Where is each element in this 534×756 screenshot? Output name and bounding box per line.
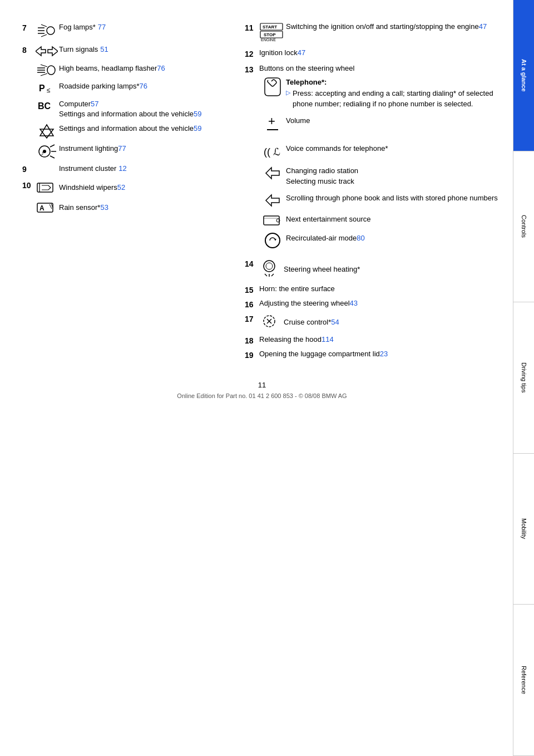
entry-11-number: 11	[245, 23, 259, 32]
svg-line-23	[50, 156, 55, 158]
entry-8-number: 8	[22, 46, 34, 55]
entry-7: 7 Fog lamps*77	[22, 22, 234, 39]
recirculate-text: Recirculated-air mode80	[286, 233, 502, 244]
voice-icon: (( ℒ	[259, 143, 286, 160]
high-beams-entry: High beams, headlamp flasher76	[34, 63, 234, 77]
svg-rect-0	[47, 27, 55, 35]
recirculate-row: Recirculated-air mode80	[259, 233, 502, 248]
entry-13: 13 Buttons on the steering wheel Telepho…	[245, 64, 502, 254]
cruise-control-icon	[259, 313, 284, 331]
main-content: 7 Fog lamps*77 8	[0, 0, 513, 756]
sidebar-tab-driving-tips[interactable]: Driving tips	[513, 302, 534, 454]
settings-entry: Settings and information about the vehic…	[34, 124, 234, 139]
turn-signals-icon	[34, 45, 59, 58]
entry-14-number: 14	[245, 259, 259, 268]
svg-text:P: P	[39, 84, 45, 93]
high-beams-icon	[34, 63, 59, 77]
entry-10-number: 10	[22, 181, 34, 190]
svg-text:J: J	[41, 151, 43, 156]
entry-17-number: 17	[245, 315, 259, 323]
entry-19: 19 Opening the luggage compartment lid23	[245, 350, 502, 360]
svg-line-49	[271, 274, 274, 276]
recirculate-icon	[259, 233, 286, 248]
entry-13-content: Buttons on the steering wheel Telephone*…	[259, 64, 502, 254]
steering-heat-icon	[259, 258, 284, 280]
svg-rect-8	[47, 66, 55, 75]
entry-12: 12 Ignition lock47	[245, 48, 502, 58]
svg-line-21	[50, 145, 55, 147]
plus-icon: +	[259, 115, 286, 138]
rain-sensor-row: A Rain sensor*53	[34, 200, 234, 215]
svg-text:A: A	[39, 204, 44, 212]
phone-text: Telephone*: ▷ Press: accepting and endin…	[286, 77, 502, 110]
svg-marker-44	[274, 239, 276, 240]
phonebook-row: Scrolling through phone book and lists w…	[259, 193, 502, 208]
phonebook-icon	[259, 193, 286, 208]
settings-icon	[34, 124, 59, 139]
entry-8-text: Turn signals51	[59, 45, 234, 55]
svg-marker-18	[40, 129, 53, 138]
entry-15-text: Horn: the entire surface	[259, 284, 502, 293]
entry-16-number: 16	[245, 300, 259, 309]
entry-8: 8 Turn signals51	[22, 45, 234, 58]
computer-icon: BC	[34, 99, 59, 112]
sidebar-tab-at-a-glance[interactable]: At a glance	[513, 0, 534, 151]
radio-row: Changing radio station Selecting music t…	[259, 165, 502, 187]
entertainment-text: Next entertainment source	[286, 214, 502, 225]
svg-marker-40	[266, 195, 279, 206]
entry-12-text: Ignition lock47	[259, 48, 502, 57]
sidebar-tab-controls[interactable]: Controls	[513, 151, 534, 303]
voice-text: Voice commands for telephone*	[286, 143, 502, 154]
svg-text:STOP: STOP	[264, 32, 276, 37]
entry-12-number: 12	[245, 50, 259, 58]
svg-line-12	[41, 65, 47, 67]
entry-10: 10 Windshield wipers52	[22, 180, 234, 215]
svg-text:(( ℒ: (( ℒ	[264, 146, 280, 158]
svg-marker-6	[36, 47, 46, 56]
svg-line-4	[41, 24, 47, 27]
computer-entry: BC Computer57 Settings and information a…	[34, 99, 234, 119]
svg-line-47	[265, 274, 267, 276]
voice-row: (( ℒ Voice commands for telephone*	[259, 143, 502, 160]
entry-9-text: Instrument cluster12	[59, 164, 234, 174]
entertainment-row: Next entertainment source	[259, 214, 502, 227]
settings-text: Settings and information about the vehic…	[59, 124, 234, 134]
entry-18-number: 18	[245, 336, 259, 345]
sidebar-tab-mobility[interactable]: Mobility	[513, 454, 534, 605]
svg-point-45	[264, 261, 275, 272]
entry-9-number: 9	[22, 165, 34, 174]
entry-18-text: Releasing the hood114	[259, 335, 502, 343]
entry-7-text: Fog lamps*77	[59, 22, 234, 32]
entry-13-label: Buttons on the steering wheel	[259, 64, 502, 72]
entry-17: 17 Cruise control*54	[245, 313, 502, 331]
parking-lamps-icon: P ≤	[34, 81, 59, 95]
instrument-lighting-entry: J Instrument lighting77	[34, 144, 234, 159]
volume-text: Volume	[286, 115, 502, 126]
svg-marker-17	[40, 125, 53, 136]
wipers-text: Windshield wipers52	[59, 183, 125, 192]
entry-7-number: 7	[22, 23, 34, 32]
radio-text: Changing radio station Selecting music t…	[286, 165, 502, 187]
wipers-icon	[34, 180, 59, 195]
radio-icon	[259, 165, 286, 181]
svg-rect-41	[264, 216, 279, 225]
sidebar-tab-reference[interactable]: Reference	[513, 605, 534, 756]
entry-9: 9 Instrument cluster12	[22, 164, 234, 174]
svg-text:BC: BC	[38, 101, 51, 111]
entry-16-text: Adjusting the steering wheel43	[259, 299, 502, 307]
entry-15-number: 15	[245, 286, 259, 294]
volume-row: + Volume	[259, 115, 502, 138]
instrument-lighting-text: Instrument lighting77	[59, 144, 234, 154]
phone-row: Telephone*: ▷ Press: accepting and endin…	[259, 77, 502, 110]
left-column: 7 Fog lamps*77 8	[22, 22, 234, 364]
high-beams-text: High beams, headlamp flasher76	[59, 63, 234, 73]
start-stop-icon: START STOP ENGINE	[259, 22, 286, 44]
entry-13-number: 13	[245, 65, 259, 74]
right-column: 11 START STOP ENGINE Switching the ignit…	[245, 22, 502, 364]
entry-19-number: 19	[245, 351, 259, 360]
entry-14: 14 Steering wheel heating*	[245, 258, 502, 280]
entry-11: 11 START STOP ENGINE Switching the ignit…	[245, 22, 502, 44]
rain-sensor-icon: A	[34, 200, 59, 215]
entry-19-text: Opening the luggage compartment lid23	[259, 350, 502, 358]
rain-sensor-text: Rain sensor*53	[59, 203, 108, 212]
